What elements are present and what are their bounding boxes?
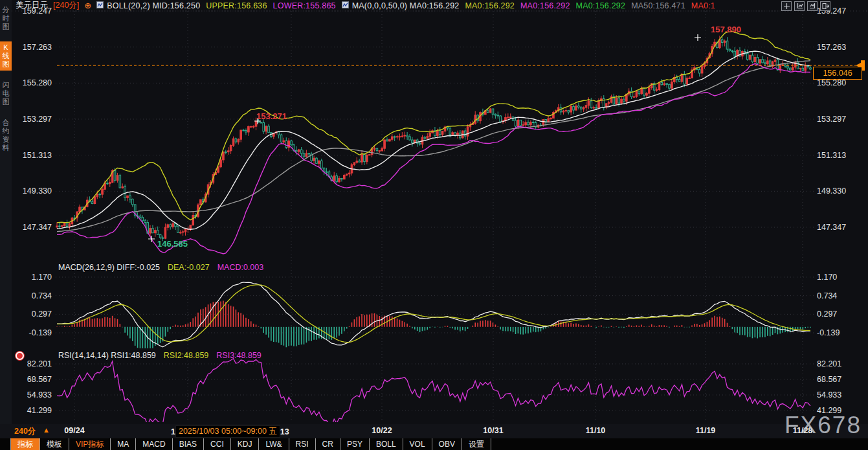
tab-CR[interactable]: CR (316, 438, 340, 450)
covered-date-left: 1 (171, 427, 175, 436)
tab-VOL[interactable]: VOL (403, 438, 432, 450)
mini-chart-icon (96, 1, 104, 10)
sidebar-item-time-chart[interactable]: 分时图 (0, 4, 12, 33)
symbol-title: 美元日元 (16, 0, 48, 11)
header-indicator-value: MA(0,0,0,50,0) MA0:156.292 (352, 1, 460, 10)
tab-BIAS[interactable]: BIAS (173, 438, 204, 450)
axis-tick-l: 82.201 (12, 359, 52, 368)
date-label: 11/19 (696, 426, 716, 435)
bar-tooltip: 1 2025/10/03 05:00~09:00 五 13 (171, 425, 289, 438)
tab-MACD[interactable]: MACD (136, 438, 172, 450)
axis-tick-r: 153.297 (817, 115, 846, 124)
sidebar-item-kline-chart[interactable]: K线图 (0, 41, 12, 71)
rsi-indicator-value: RSI(14,14,14) RSI1:48.859 (58, 351, 156, 360)
sidebar-char: 线 (3, 52, 10, 60)
tab-MA[interactable]: MA (111, 438, 136, 450)
sidebar-char: K (3, 43, 8, 52)
axis-tick-r: 41.299 (817, 406, 841, 415)
tab-VIP指标[interactable]: VIP指标 (69, 438, 111, 450)
tab-指标[interactable]: 指标 (10, 438, 40, 450)
header-indicator-value: UPPER:156.636 (206, 1, 267, 10)
bar-time-range: 2025/10/03 05:00~09:00 五 (175, 425, 280, 438)
sidebar-item-lightning-chart[interactable]: 闪电图 (0, 79, 12, 108)
sidebar-char: 闪 (3, 81, 10, 89)
axis-tick-r: -0.139 (817, 328, 840, 337)
axis-left-icon[interactable] (794, 1, 805, 11)
header-indicator-value: LOWER:155.865 (273, 1, 336, 10)
add-indicator-icon[interactable]: ⊕ (84, 1, 91, 10)
axis-tick-r: 147.347 (817, 223, 846, 232)
pane-expand-icon[interactable] (820, 1, 830, 11)
date-label: 11/10 (586, 426, 606, 435)
axis-tick-r: 151.313 (817, 151, 846, 160)
sidebar-item-contract-info[interactable]: 合约资料 (0, 117, 12, 154)
tab-模板[interactable]: 模板 (40, 438, 69, 450)
period-up-icon[interactable]: ▲ (43, 426, 50, 434)
axis-tick-l: 0.297 (12, 309, 52, 319)
header-indicator-value: MA0:1 (691, 1, 715, 10)
date-label: 10/31 (483, 426, 503, 435)
axis-tick-l: 149.330 (12, 186, 52, 196)
sidebar-char: 电 (3, 89, 10, 98)
date-label: 09/24 (64, 426, 84, 435)
axis-tick-l: 151.313 (12, 151, 52, 160)
tab-KDJ[interactable]: KDJ (231, 438, 260, 450)
axis-tick-r: 155.280 (817, 78, 846, 87)
sidebar-char: 资 (3, 135, 10, 144)
rsi-indicator-value: RSI3:48.859 (216, 351, 262, 360)
axis-tick-r: 157.263 (817, 43, 846, 52)
covered-date-right: 13 (280, 427, 289, 436)
mini-chart-icon (342, 1, 349, 10)
macd-header: MACD(26,12,9) DIFF:-0.025DEA:-0.027MACD:… (58, 263, 263, 272)
header-indicator-value: MA0:156.292 (465, 1, 515, 10)
axis-tick-l: 157.263 (12, 43, 52, 52)
tab-OBV[interactable]: OBV (432, 438, 462, 450)
indicator-tabbar: 指标模板VIP指标MAMACDBIASCCIKDJLW&RSICRPSYBOLL… (0, 438, 868, 450)
macd-indicator-value: MACD:0.003 (217, 263, 264, 272)
axis-tick-l: 68.567 (12, 375, 52, 384)
sidebar-char: 图 (3, 60, 10, 69)
chart-canvas[interactable] (0, 0, 868, 450)
tab-LW&[interactable]: LW& (259, 438, 289, 450)
date-label: 10/22 (372, 426, 392, 435)
tab-CCI[interactable]: CCI (204, 438, 231, 450)
axis-tick-l: 1.170 (12, 273, 52, 282)
price-annotation: 153.271 (256, 111, 287, 121)
chart-header: 美元日元 [240分] ⊕ BOLL(20,2) MID:156.250UPPE… (16, 0, 715, 11)
axis-tick-l: -0.139 (12, 328, 52, 337)
footer-period-label[interactable]: 240分 (14, 426, 36, 437)
header-indicator-value: MA50:156.471 (631, 1, 685, 10)
header-indicator-value: MA0:156.292 (576, 1, 626, 10)
axis-tick-r: 149.330 (817, 186, 846, 196)
sidebar-char: 约 (3, 127, 10, 135)
header-indicator-value: MA0:156.292 (520, 1, 570, 10)
axis-tick-l: 41.299 (12, 406, 52, 415)
tab-BOLL[interactable]: BOLL (370, 438, 403, 450)
left-sidebar: 分时图K线图闪电图合约资料 (0, 0, 12, 424)
pan-icon[interactable] (781, 1, 792, 11)
axis-tick-r: 54.933 (817, 390, 841, 399)
header-indicator-value: BOLL(20,2) MID:156.250 (107, 1, 200, 10)
rsi-indicator-value: RSI2:48.859 (164, 351, 209, 360)
date-label: 11/28 (793, 426, 813, 435)
axis-tick-l: 54.933 (12, 390, 52, 399)
axis-tick-r: 0.734 (817, 291, 837, 300)
price-annotation: 157.890 (711, 25, 741, 34)
macd-indicator-value: DEA:-0.027 (168, 263, 210, 272)
period-label: [240分] (53, 0, 79, 11)
axis-tick-r: 82.201 (817, 359, 841, 368)
axis-right-icon[interactable] (807, 1, 818, 11)
window-controls (781, 1, 830, 11)
tab-设置[interactable]: 设置 (462, 438, 491, 450)
axis-tick-l: 155.280 (12, 78, 52, 87)
tab-PSY[interactable]: PSY (340, 438, 370, 450)
axis-tick-r: 0.297 (817, 309, 837, 319)
sidebar-char: 时 (3, 14, 10, 23)
time-axis: 240分 ▲ 09/2410/2210/3111/1011/1911/28 1 … (0, 424, 868, 438)
rsi-header: RSI(14,14,14) RSI1:48.859RSI2:48.859RSI3… (58, 351, 262, 360)
sidebar-char: 图 (3, 98, 10, 106)
macd-indicator-value: MACD(26,12,9) DIFF:-0.025 (58, 263, 160, 272)
tab-RSI[interactable]: RSI (289, 438, 316, 450)
indicator-values: BOLL(20,2) MID:156.250UPPER:156.636LOWER… (96, 1, 715, 10)
last-price-tag: 156.046 (813, 67, 862, 80)
